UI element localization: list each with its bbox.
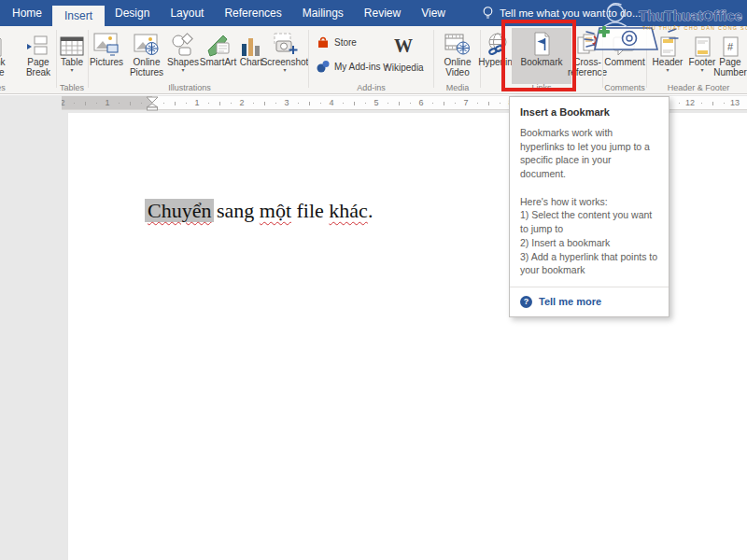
group-label-addins: Add-ins [317,83,425,92]
ruler-number: 2 [236,98,247,107]
bookmark-button[interactable]: Bookmark [512,28,571,84]
group-separator [308,30,309,88]
tooltip-step: Here's how it works: [520,195,658,209]
ribbon-tab-bar: Home Insert Design Layout References Mai… [0,0,747,26]
tooltip-step: 1) Select the content you want to jump t… [520,208,658,235]
page-number-button[interactable]: # Page Number [713,29,747,83]
chart-icon [241,29,261,57]
ruler-number: 3 [281,98,292,107]
group-label-tables: Tables [52,83,92,92]
group-label-comments: Comments [603,83,646,92]
ruler-tick [724,103,725,104]
ruler-tick [130,102,131,105]
tab-references[interactable]: References [214,0,291,26]
ruler-tick [320,103,321,104]
ruler-tick [455,103,456,104]
ruler-number: 5 [371,98,382,107]
group-label-links: Links [486,83,598,92]
ruler-number: 4 [326,98,337,107]
ruler-tick [264,102,265,105]
tell-me-more-link[interactable]: ? Tell me more [520,296,658,308]
ruler-tick [74,103,75,104]
tab-home[interactable]: Home [2,0,52,26]
screenshot-button[interactable]: Screenshot ▾ [264,29,305,83]
ruler-tick [208,103,209,104]
page-number-icon: # [723,29,739,57]
misspelled-word: khác [329,199,368,222]
blank-page-icon [0,29,3,57]
paragraph: Chuyển sang một file khác. [148,195,373,227]
ruler-tick [712,102,713,105]
pictures-button[interactable]: Pictures [88,29,125,83]
ruler-tick [365,103,366,104]
ruler-tick [175,102,176,105]
ruler-tick [477,103,478,104]
bookmark-icon [531,29,552,57]
text-run: file [291,199,329,222]
header-dropdown-caret: ▾ [666,67,669,74]
my-add-ins-button[interactable]: My Add-ins ▾ [317,60,388,73]
tell-me-more-label: Tell me more [539,296,601,307]
table-button[interactable]: Table ▾ [58,29,86,83]
tell-me-label: Tell me what you want to do... [500,7,641,19]
wikipedia-button[interactable]: W Wikipedia [379,29,428,83]
ruler-tick [432,103,433,104]
cross-reference-button[interactable]: Cross- reference [571,29,603,83]
store-button[interactable]: Store [317,35,357,49]
table-icon [60,29,84,57]
tab-layout[interactable]: Layout [160,0,214,26]
pictures-icon [93,29,120,57]
chart-button[interactable]: Chart [239,29,263,83]
online-video-button[interactable]: Online Video [437,29,478,83]
ruler-tick [343,103,344,104]
screenshot-dropdown-caret: ▾ [283,67,286,74]
tooltip-step: 3) Add a hyperlink that points to your b… [520,250,658,277]
tooltip-steps: Here's how it works: 1) Select the conte… [520,195,658,277]
tab-view[interactable]: View [411,0,456,26]
ruler-number: 6 [416,98,427,107]
header-button[interactable]: Header ▾ [650,29,685,83]
selected-word: Chuyển [148,199,211,222]
group-separator [56,30,57,88]
ruler-number: 1 [191,98,203,107]
tooltip-divider [510,287,669,287]
my-add-ins-icon [317,60,330,73]
word-window: Home Insert Design Layout References Mai… [0,0,747,560]
ruler-tick [388,103,388,104]
smartart-button[interactable]: SmartArt [199,29,237,83]
blank-page-button[interactable]: Blank Page [0,29,15,83]
ruler-tick [410,103,411,104]
ribbon: Blank Page Page Break Pages Table ▾ Tabl… [0,26,747,94]
help-icon: ? [520,296,532,308]
hyperlink-button[interactable]: Hyperlink [482,29,514,83]
online-pictures-icon [134,29,160,57]
tell-me-box[interactable]: Tell me what you want to do... [482,6,641,21]
ruler-number: 1 [102,98,113,107]
page-break-icon [26,29,50,57]
online-pictures-button[interactable]: Online Pictures [127,29,166,83]
tab-insert[interactable]: Insert [52,6,105,26]
lightbulb-icon [482,6,494,21]
comment-icon [613,29,637,57]
indent-markers[interactable] [146,96,159,111]
header-icon [660,29,676,57]
svg-text:#: # [727,41,734,52]
page-break-button[interactable]: Page Break [21,29,56,83]
tab-review[interactable]: Review [354,0,411,26]
tooltip-step: 2) Insert a bookmark [520,236,658,250]
ruler-tick [96,103,97,104]
ruler-number: 2 [62,98,68,107]
ruler-tick [253,103,254,104]
shapes-button[interactable]: Shapes ▾ [168,29,198,83]
ruler-tick [141,103,142,104]
text-run: sang [211,199,259,222]
ruler-tick [275,103,276,104]
comment-button[interactable]: Comment [605,29,644,83]
tab-mailings[interactable]: Mailings [292,0,354,26]
tab-design[interactable]: Design [105,0,160,26]
tooltip-body: Bookmarks work with hyperlinks to let yo… [520,126,658,181]
screenshot-icon [272,29,298,57]
group-label-illustrations: Illustrations [129,83,250,92]
group-separator [433,30,434,88]
smartart-icon [205,29,232,57]
